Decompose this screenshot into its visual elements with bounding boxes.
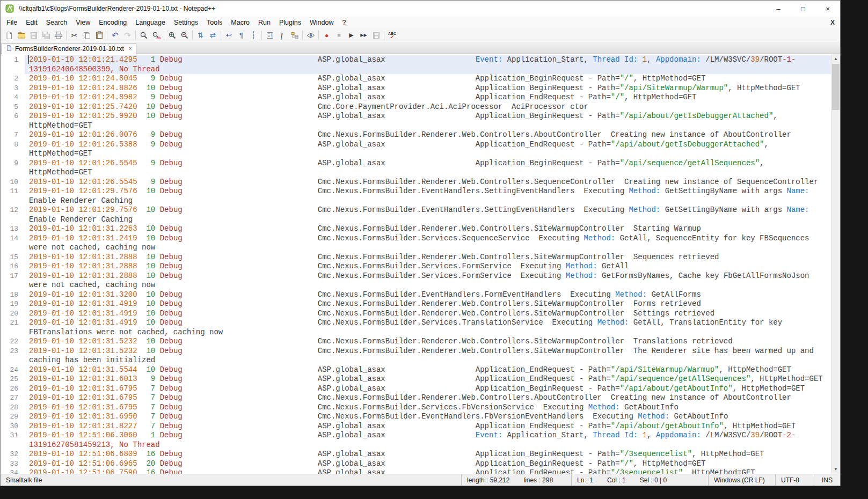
line-number[interactable]: 3 [1, 84, 25, 93]
menu-item-macro[interactable]: Macro [227, 17, 254, 28]
line-number[interactable]: 20 [1, 309, 25, 319]
log-line-text[interactable]: 2019-01-10 12:01:29.7576 10 Debug Cmc.Ne… [25, 206, 827, 224]
menu-item-tools[interactable]: Tools [202, 17, 227, 28]
editor-lines[interactable]: 12019-01-10 12:01:21.4295 1 Debug ASP.gl… [1, 54, 831, 474]
log-line-text[interactable]: 2019-01-10 12:01:21.4295 1 Debug ASP.glo… [25, 55, 827, 74]
log-line-body[interactable]: 2019-01-10 12:01:31.3200 10 Debug Cmc.Ne… [25, 290, 831, 300]
log-line-text[interactable]: 2019-01-10 12:01:31.6950 7 Debug Cmc.Nex… [25, 412, 827, 422]
log-line-17[interactable]: 172019-01-10 12:01:31.2888 10 Debug Cmc.… [1, 271, 831, 290]
menu-item-help[interactable]: ? [338, 17, 350, 28]
log-line-15[interactable]: 152019-01-10 12:01:31.2888 10 Debug Cmc.… [1, 253, 831, 262]
menu-item-view[interactable]: View [71, 17, 94, 28]
line-number[interactable]: 9 [1, 159, 25, 178]
log-line-text[interactable]: 2019-01-10 12:01:31.5544 10 Debug ASP.gl… [25, 365, 827, 375]
folder-as-workspace-button[interactable] [288, 29, 301, 41]
log-line-25[interactable]: 252019-01-10 12:01:31.6013 9 Debug ASP.g… [1, 375, 831, 384]
line-number[interactable]: 15 [1, 253, 25, 262]
log-line-body[interactable]: 2019-01-10 12:01:31.6795 7 Debug Cmc.Nex… [25, 403, 831, 413]
log-line-20[interactable]: 202019-01-10 12:01:31.4919 10 Debug Cmc.… [1, 309, 831, 319]
log-line-body[interactable]: 2019-01-10 12:01:31.5232 10 Debug Cmc.Ne… [25, 337, 831, 347]
log-line-text[interactable]: 2019-01-10 12:01:31.5232 10 Debug Cmc.Ne… [25, 337, 827, 347]
scroll-up-icon[interactable]: ▲ [831, 54, 840, 63]
log-line-body[interactable]: 2019-01-10 12:51:06.7590 16 Debug ASP.gl… [25, 468, 831, 474]
scrollbar-track[interactable] [831, 110, 840, 465]
log-line-body[interactable]: 2019-01-10 12:01:31.4919 10 Debug Cmc.Ne… [25, 309, 831, 319]
line-number[interactable]: 6 [1, 112, 25, 130]
log-line-text[interactable]: 2019-01-10 12:01:31.6795 7 Debug Cmc.Nex… [25, 393, 827, 403]
line-number[interactable]: 32 [1, 450, 25, 459]
log-line-text[interactable]: 2019-01-10 12:01:31.2888 10 Debug Cmc.Ne… [25, 262, 827, 271]
log-line-body[interactable]: 2019-01-10 12:51:06.3060 1 Debug ASP.glo… [25, 431, 831, 450]
line-number[interactable]: 28 [1, 403, 25, 413]
log-line-19[interactable]: 192019-01-10 12:01:31.4919 10 Debug Cmc.… [1, 299, 831, 309]
log-line-text[interactable]: 2019-01-10 12:51:06.6965 20 Debug ASP.gl… [25, 459, 827, 469]
menu-item-run[interactable]: Run [254, 17, 275, 28]
menu-item-plugins[interactable]: Plugins [275, 17, 305, 28]
log-line-text[interactable]: 2019-01-10 12:51:06.3060 1 Debug ASP.glo… [25, 431, 827, 450]
scrollbar-thumb[interactable] [832, 64, 840, 110]
spell-check-button[interactable]: ABC✔ [386, 29, 398, 41]
log-line-body[interactable]: 2019-01-10 12:01:31.2419 10 Debug Cmc.Ne… [25, 234, 831, 253]
log-line-text[interactable]: 2019-01-10 12:01:26.5545 9 Debug Cmc.Nex… [25, 178, 827, 187]
line-number[interactable]: 16 [1, 262, 25, 271]
log-line-body[interactable]: 2019-01-10 12:51:06.6965 20 Debug ASP.gl… [25, 459, 831, 469]
status-encoding[interactable]: UTF-8 [776, 474, 814, 486]
log-line-body[interactable]: 2019-01-10 12:01:31.2888 10 Debug Cmc.Ne… [25, 253, 831, 262]
log-line-5[interactable]: 52019-01-10 12:01:25.7420 10 Debug Cmc.C… [1, 102, 831, 112]
line-number[interactable]: 14 [1, 234, 25, 253]
log-line-text[interactable]: 2019-01-10 12:01:31.5232 10 Debug Cmc.Ne… [25, 347, 827, 365]
log-line-10[interactable]: 102019-01-10 12:01:26.5545 9 Debug Cmc.N… [1, 178, 831, 187]
log-line-14[interactable]: 142019-01-10 12:01:31.2419 10 Debug Cmc.… [1, 234, 831, 253]
log-line-28[interactable]: 282019-01-10 12:01:31.6795 7 Debug Cmc.N… [1, 403, 831, 413]
cut-button[interactable]: ✂ [68, 29, 81, 41]
log-line-1[interactable]: 12019-01-10 12:01:21.4295 1 Debug ASP.gl… [1, 55, 831, 74]
log-line-21[interactable]: 212019-01-10 12:01:31.4919 10 Debug Cmc.… [1, 318, 831, 337]
open-file-button[interactable] [15, 29, 27, 41]
line-number[interactable]: 27 [1, 393, 25, 403]
line-number[interactable]: 29 [1, 412, 25, 422]
log-line-16[interactable]: 162019-01-10 12:01:31.2888 10 Debug Cmc.… [1, 262, 831, 271]
log-line-body[interactable]: 2019-01-10 12:01:31.2263 10 Debug Cmc.Ne… [25, 224, 831, 234]
line-number[interactable]: 7 [1, 130, 25, 140]
log-line-body[interactable]: 2019-01-10 12:01:31.6795 7 Debug ASP.glo… [25, 384, 831, 394]
macro-play-button[interactable]: ▶ [345, 29, 358, 41]
show-indent-guide-button[interactable]: ┆ [247, 29, 260, 41]
log-line-text[interactable]: 2019-01-10 12:01:31.6795 7 Debug Cmc.Nex… [25, 403, 827, 413]
log-line-text[interactable]: 2019-01-10 12:01:31.6795 7 Debug ASP.glo… [25, 384, 827, 394]
log-line-body[interactable]: 2019-01-10 12:01:24.8826 10 Debug ASP.gl… [25, 84, 831, 93]
maximize-button[interactable]: □ [791, 1, 815, 17]
tab-formsbuilderrenderer[interactable]: FormsBuilderRenderer-2019-01-10.txt × [2, 43, 136, 54]
log-line-24[interactable]: 242019-01-10 12:01:31.5544 10 Debug ASP.… [1, 365, 831, 375]
menu-item-language[interactable]: Language [131, 17, 170, 28]
menu-item-search[interactable]: Search [42, 17, 72, 28]
log-line-body[interactable]: 2019-01-10 12:01:29.7576 10 Debug Cmc.Ne… [25, 187, 831, 206]
menu-item-edit[interactable]: Edit [21, 17, 42, 28]
log-line-text[interactable]: 2019-01-10 12:01:24.8982 9 Debug ASP.glo… [25, 93, 827, 102]
log-line-body[interactable]: 2019-01-10 12:01:31.2888 10 Debug Cmc.Ne… [25, 262, 831, 271]
log-line-body[interactable]: 2019-01-10 12:01:31.6013 9 Debug ASP.glo… [25, 375, 831, 384]
log-line-body[interactable]: 2019-01-10 12:01:31.5544 10 Debug ASP.gl… [25, 365, 831, 375]
log-line-text[interactable]: 2019-01-10 12:01:31.2888 10 Debug Cmc.Ne… [25, 271, 827, 290]
log-line-text[interactable]: 2019-01-10 12:01:29.7576 10 Debug Cmc.Ne… [25, 187, 827, 206]
log-line-23[interactable]: 232019-01-10 12:01:31.5232 10 Debug Cmc.… [1, 347, 831, 365]
log-line-body[interactable]: 2019-01-10 12:01:31.2888 10 Debug Cmc.Ne… [25, 271, 831, 290]
word-wrap-button[interactable]: ↩ [223, 29, 235, 41]
log-line-22[interactable]: 222019-01-10 12:01:31.5232 10 Debug Cmc.… [1, 337, 831, 347]
log-line-text[interactable]: 2019-01-10 12:01:24.8826 10 Debug ASP.gl… [25, 84, 827, 93]
log-line-text[interactable]: 2019-01-10 12:01:25.9920 10 Debug ASP.gl… [25, 112, 827, 130]
log-line-body[interactable]: 2019-01-10 12:01:26.0076 9 Debug Cmc.Nex… [25, 130, 831, 140]
tab-close-icon[interactable]: × [129, 46, 132, 52]
macro-run-multiple-button[interactable]: ▶▶ [358, 29, 370, 41]
line-number[interactable]: 23 [1, 347, 25, 365]
print-button[interactable] [52, 29, 64, 41]
line-number[interactable]: 18 [1, 290, 25, 300]
log-line-text[interactable]: 2019-01-10 12:01:31.4919 10 Debug Cmc.Ne… [25, 299, 827, 309]
log-line-27[interactable]: 272019-01-10 12:01:31.6795 7 Debug Cmc.N… [1, 393, 831, 403]
find-button[interactable] [137, 29, 150, 41]
menu-item-encoding[interactable]: Encoding [94, 17, 131, 28]
new-file-button[interactable] [3, 29, 15, 41]
line-number[interactable]: 24 [1, 365, 25, 375]
replace-button[interactable]: ab [150, 29, 162, 41]
line-number[interactable]: 19 [1, 299, 25, 309]
log-line-31[interactable]: 312019-01-10 12:51:06.3060 1 Debug ASP.g… [1, 431, 831, 450]
